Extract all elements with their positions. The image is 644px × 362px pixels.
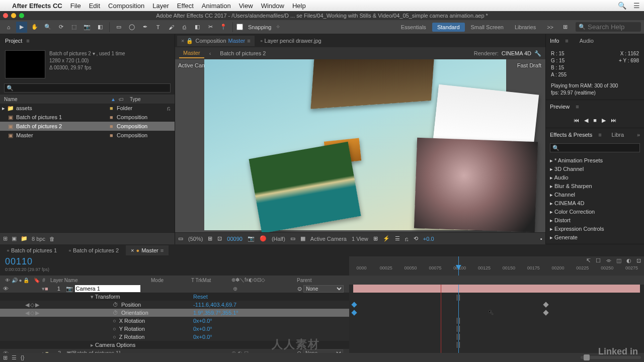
sort-indicator-icon[interactable]: ▲ bbox=[111, 97, 116, 102]
workspace-libraries[interactable]: Libraries bbox=[510, 23, 541, 32]
stopwatch-icon[interactable]: ⏱ bbox=[113, 302, 118, 308]
menu-window[interactable]: Window bbox=[261, 2, 284, 10]
reset-link[interactable]: Reset bbox=[193, 294, 208, 300]
exposure-value[interactable]: +0.0 bbox=[423, 236, 434, 242]
effects-item[interactable]: ▸ * Animation Presets bbox=[546, 156, 644, 165]
prop-z-rotation[interactable]: ○Z Rotation 0x+0.0° bbox=[0, 333, 349, 341]
parent-pickwhip-icon[interactable]: ⊙ bbox=[297, 350, 301, 353]
prop-value[interactable]: 0x+0.0° bbox=[193, 318, 349, 324]
workspace-more-icon[interactable]: >> bbox=[542, 23, 558, 32]
col-type[interactable]: Type bbox=[126, 97, 175, 102]
panel-menu-icon[interactable]: ≡ bbox=[160, 247, 164, 253]
effects-item[interactable]: ▸ 3D Channel bbox=[546, 165, 644, 173]
effects-item[interactable]: ▸ Color Correction bbox=[546, 208, 644, 216]
project-search[interactable]: 🔍 bbox=[4, 83, 171, 93]
prop-orientation[interactable]: ◀◇▶ ⏱Orientation 1.9°,359.7°,355.1° bbox=[0, 309, 349, 317]
toggle-modes-icon[interactable]: ☰ bbox=[12, 354, 17, 361]
prop-value[interactable]: 0x+0.0° bbox=[193, 326, 349, 332]
lock-icon[interactable]: 🔒 bbox=[186, 38, 193, 44]
first-frame-icon[interactable]: ⏮ bbox=[574, 117, 579, 124]
panel-menu-icon[interactable]: ≡ bbox=[565, 38, 568, 44]
menu-view[interactable]: View bbox=[239, 2, 253, 10]
workspace-essentials[interactable]: Essentials bbox=[396, 23, 431, 32]
parent-pickwhip-icon[interactable]: ⊙ bbox=[297, 286, 302, 292]
shy-icon[interactable]: ⌯ bbox=[606, 257, 611, 264]
panel-menu-icon[interactable]: ≡ bbox=[598, 132, 601, 138]
layer-row-batch1[interactable]: 👁 ▸ ■ 2 ▣ [Batch of pictures 1] ⊕ ◐ ⊡ ⊙ … bbox=[0, 349, 349, 353]
pixel-aspect-icon[interactable]: ⊞ bbox=[373, 235, 378, 242]
close-tab-icon[interactable]: × bbox=[131, 247, 134, 253]
stopwatch-icon[interactable]: ○ bbox=[113, 334, 116, 340]
prop-position[interactable]: ◀◇▶ ⏱Position -111.6,403.4,69.7 bbox=[0, 301, 349, 309]
layer-row-camera[interactable]: 👁 ▾ ■ 1 📷 ⊕ ⊙ None bbox=[0, 285, 349, 293]
project-row-batch2[interactable]: ▣ Batch of pictures 2 ■ Composition bbox=[0, 122, 175, 131]
frame-blend-icon[interactable]: ◫ bbox=[616, 257, 621, 264]
comp-tab-layer[interactable]: ▫ Layer pencil drawer.jpg bbox=[257, 36, 326, 46]
menu-composition[interactable]: Composition bbox=[108, 2, 144, 10]
visibility-icon[interactable]: 👁 bbox=[3, 286, 9, 292]
resolution-dropdown[interactable]: (Half) bbox=[272, 236, 285, 242]
fast-preview-icon[interactable]: ⊡ bbox=[217, 235, 222, 242]
menu-animation[interactable]: Animation bbox=[202, 2, 231, 10]
snapping-options-icon[interactable]: ✧ bbox=[276, 24, 280, 30]
snapshot-icon[interactable]: 📷 bbox=[248, 235, 255, 242]
selection-tool-icon[interactable]: ▶ bbox=[16, 22, 27, 33]
eraser-tool-icon[interactable]: ◧ bbox=[192, 22, 203, 33]
libraries-tab[interactable]: Libra bbox=[612, 132, 624, 138]
time-ruler[interactable]: ↸ ☐ ⌯ ◫ ◐ ⊡ 0000 00025 00050 00075 00100… bbox=[349, 256, 644, 276]
transparency-grid-icon[interactable]: ▦ bbox=[300, 235, 305, 242]
menu-list-icon[interactable]: ☰ bbox=[633, 2, 640, 10]
rotation-tool-icon[interactable]: ⬚ bbox=[68, 22, 79, 33]
info-tab[interactable]: Info bbox=[550, 38, 559, 44]
playhead[interactable] bbox=[458, 256, 459, 276]
add-keyframe-icon[interactable]: ◇ bbox=[30, 302, 34, 308]
pen-tool-icon[interactable]: ✒ bbox=[139, 22, 150, 33]
effects-item[interactable]: ▸ Blur & Sharpen bbox=[546, 182, 644, 191]
current-frame[interactable]: 00090 bbox=[227, 236, 243, 242]
stopwatch-icon[interactable]: ○ bbox=[113, 326, 116, 332]
zoom-dropdown[interactable]: (50%) bbox=[188, 236, 203, 242]
next-keyframe-icon[interactable]: ▶ bbox=[35, 310, 39, 316]
col-name[interactable]: Name bbox=[0, 97, 111, 102]
comp-tab-master[interactable]: × 🔒 Composition Master ≡ bbox=[177, 36, 255, 46]
keyframe-diamond[interactable] bbox=[543, 302, 548, 307]
orbit-tool-icon[interactable]: ⟳ bbox=[55, 22, 66, 33]
effects-item[interactable]: ▸ Generate bbox=[546, 233, 644, 242]
panel-menu-icon[interactable]: ≡ bbox=[247, 38, 250, 44]
graph-editor-icon[interactable]: ⊡ bbox=[636, 257, 641, 264]
timeline-right[interactable] bbox=[349, 285, 644, 353]
audio-tab[interactable]: Audio bbox=[580, 38, 594, 44]
project-row-batch1[interactable]: ▣ Batch of pictures 1 ■ Composition bbox=[0, 113, 175, 122]
reset-exposure-icon[interactable]: ⟲ bbox=[414, 235, 418, 242]
camera-tool-icon[interactable]: 📷 bbox=[82, 22, 93, 33]
renderer-value[interactable]: CINEMA 4D bbox=[502, 50, 531, 56]
draft-3d-icon[interactable]: ☐ bbox=[596, 257, 601, 264]
puppet-tool-icon[interactable]: 📍 bbox=[218, 22, 229, 33]
menu-help[interactable]: Help bbox=[292, 2, 306, 10]
workspace-small-screen[interactable]: Small Screen bbox=[466, 23, 509, 32]
roto-brush-tool-icon[interactable]: ✂ bbox=[205, 22, 216, 33]
layer-name[interactable] bbox=[75, 285, 154, 292]
camera-options-group[interactable]: ▸ Camera Options bbox=[0, 341, 349, 349]
subtab-master[interactable]: Master bbox=[179, 48, 204, 58]
prev-keyframe-icon[interactable]: ◀ bbox=[25, 302, 29, 308]
new-folder-icon[interactable]: 📁 bbox=[21, 235, 28, 242]
play-stop-icon[interactable]: ■ bbox=[593, 117, 597, 124]
expand-panel-icon[interactable]: » bbox=[637, 132, 640, 138]
prop-value[interactable]: 1.9°,359.7°,355.1° bbox=[193, 310, 349, 316]
views-dropdown[interactable]: 1 View bbox=[352, 236, 368, 242]
zoom-tool-icon[interactable]: 🔍 bbox=[42, 22, 53, 33]
toggle-mask-icon[interactable]: ▪ bbox=[540, 236, 542, 242]
toggle-in-out-icon[interactable]: {} bbox=[21, 354, 24, 360]
search-help[interactable]: 🔍 bbox=[576, 22, 641, 32]
current-time-display[interactable]: 00110 bbox=[5, 256, 349, 267]
close-button[interactable] bbox=[3, 13, 8, 18]
app-name[interactable]: After Effects CC bbox=[12, 2, 62, 10]
prev-frame-icon[interactable]: ◀ bbox=[584, 117, 588, 124]
timeline-tab-batch1[interactable]: ▫Batch of pictures 1 bbox=[2, 245, 62, 255]
resolution-icon[interactable]: ⊞ bbox=[208, 235, 212, 242]
timeline-tab-master[interactable]: ×●Master≡ bbox=[126, 245, 169, 255]
panel-menu-icon[interactable]: ≡ bbox=[576, 104, 579, 110]
brush-tool-icon[interactable]: 🖌 bbox=[166, 22, 177, 33]
magnification-icon[interactable]: ▭ bbox=[178, 235, 183, 242]
